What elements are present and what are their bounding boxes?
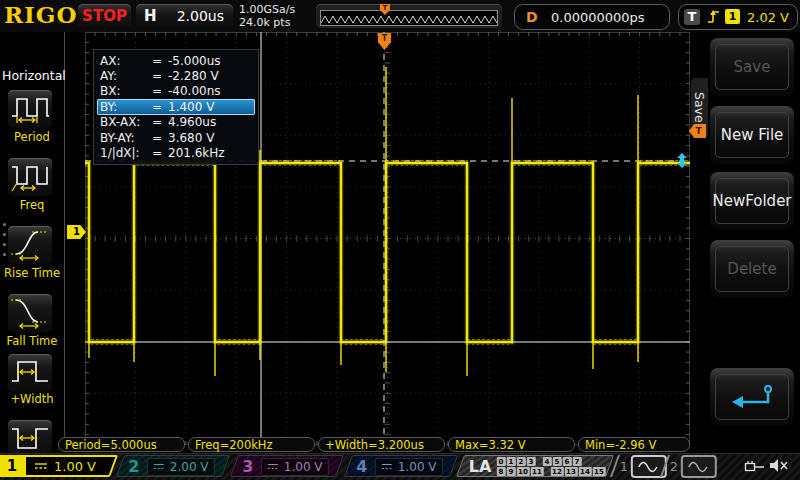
logic-analyzer-indicator[interactable]: LA 01234567 89101112131415 <box>456 455 614 477</box>
la-digit: 4 <box>543 457 552 466</box>
channel1-ground-marker[interactable]: 1 <box>67 225 86 239</box>
memory-waveform-icon <box>321 12 497 26</box>
la-digit: 5 <box>553 457 562 466</box>
cursor-measurement-panel: AX: = -5.000us AY: = -2.280 V BX: = -40.… <box>93 49 259 165</box>
measure-min[interactable]: Min=-2.96 V <box>578 437 690 452</box>
delete-softkey[interactable]: Delete <box>710 240 794 298</box>
new-file-softkey[interactable]: New File <box>710 106 794 164</box>
la-digits-row1: 01234567 <box>497 457 606 466</box>
cursor-row-bx[interactable]: BX: = -40.00ns <box>97 84 255 99</box>
cursor-row-bx-ax[interactable]: BX-AX: = 4.960us <box>97 115 255 130</box>
period-icon <box>8 90 52 128</box>
la-digit: 0 <box>497 457 506 466</box>
channel2-number: 2 <box>121 457 147 476</box>
la-digit: 7 <box>573 457 582 466</box>
trigger-box[interactable]: T 1 2.02 V <box>678 4 798 30</box>
period-menu-button[interactable] <box>8 90 52 128</box>
dc-coupling-icon <box>267 462 279 471</box>
dc-coupling-icon <box>381 462 393 471</box>
return-arrow-icon <box>726 383 778 411</box>
run-state-indicator[interactable]: STOP <box>78 4 131 28</box>
page-indicator-dot <box>3 253 6 256</box>
fall-time-icon <box>8 294 52 332</box>
channel4-indicator[interactable]: 4 1.00 V <box>344 455 458 477</box>
measure-period[interactable]: Period=5.000us <box>58 437 185 452</box>
la-digit: 14 <box>579 467 592 476</box>
la-digit: 1 <box>507 457 516 466</box>
oscilloscope-screen: RIGOL STOP H 2.00us 1.00GSa/s 24.0k pts … <box>0 0 800 480</box>
horizontal-label: H <box>144 7 157 25</box>
new-folder-softkey[interactable]: NewFolder <box>710 172 794 230</box>
sample-rate: 1.00GSa/s <box>239 3 295 16</box>
rise-time-menu-label: Rise Time <box>0 266 64 280</box>
period-menu-label: Period <box>0 130 64 144</box>
trigger-label: T <box>684 9 700 25</box>
la-digit: 13 <box>565 467 578 476</box>
freq-icon <box>8 158 52 196</box>
channel1-number: 1 <box>0 455 26 477</box>
trigger-source-badge: 1 <box>725 9 740 24</box>
rising-edge-icon <box>706 9 721 25</box>
channel3-indicator[interactable]: 3 1.00 V <box>230 455 344 477</box>
waveform-memory-preview[interactable]: T <box>316 4 502 28</box>
cursor-row-by-ay[interactable]: BY-AY: = 3.680 V <box>97 130 255 145</box>
la-digit: 11 <box>531 467 544 476</box>
la-digit: 8 <box>497 467 506 476</box>
channel2-scale: 2.00 V <box>170 459 209 473</box>
freq-menu-button[interactable] <box>8 158 52 196</box>
cursor-row-ay[interactable]: AY: = -2.280 V <box>97 68 255 83</box>
fall-time-menu-button[interactable] <box>8 294 52 332</box>
source2-indicator[interactable]: 2 <box>660 455 718 477</box>
memory-strip <box>320 10 498 26</box>
dc-coupling-icon <box>34 461 48 471</box>
horizontal-timebase-box[interactable]: H 2.00us <box>136 4 233 28</box>
measure-max[interactable]: Max=3.32 V <box>448 437 575 452</box>
source2-number: 2 <box>670 459 678 474</box>
la-digit: 9 <box>507 467 516 476</box>
top-status-bar: RIGOL STOP H 2.00us 1.00GSa/s 24.0k pts … <box>0 0 800 32</box>
la-digit: 6 <box>563 457 572 466</box>
timebase-value: 2.00us <box>177 8 224 24</box>
dc-coupling-icon <box>153 462 165 471</box>
channel1-scale: 1.00 V <box>54 459 96 474</box>
la-digit: 10 <box>517 467 530 476</box>
acquisition-info: 1.00GSa/s 24.0k pts <box>239 3 295 29</box>
source1-number: 1 <box>620 459 628 474</box>
measure-freq[interactable]: Freq=200kHz <box>188 437 315 452</box>
delay-value: 0.00000000ps <box>551 10 645 25</box>
channel1-indicator[interactable]: 1 1.00 V <box>0 455 118 477</box>
rise-time-icon <box>8 226 52 264</box>
la-digit: 2 <box>517 457 526 466</box>
channel4-scale: 1.00 V <box>398 459 437 473</box>
cursor-row-by-selected[interactable]: BY: = 1.400 V <box>97 99 255 114</box>
channel3-scale: 1.00 V <box>284 459 323 473</box>
trigger-level-value: 2.02 V <box>747 10 789 25</box>
usb-icon <box>744 459 766 474</box>
speaker-mute-icon[interactable] <box>768 457 789 474</box>
page-indicator-dot <box>3 243 6 246</box>
page-indicator-dot <box>3 233 6 236</box>
measure-pos-width[interactable]: +Width=3.200us <box>318 437 445 452</box>
la-digit: 15 <box>593 467 606 476</box>
pos-width-menu-label: +Width <box>0 392 64 406</box>
la-digit: 12 <box>551 467 564 476</box>
rise-time-menu-button[interactable] <box>8 226 52 264</box>
fall-time-menu-label: Fall Time <box>0 334 64 348</box>
sine-wave-icon <box>681 455 717 478</box>
channel3-number: 3 <box>235 457 261 476</box>
menu-title: Horizontal <box>2 68 66 83</box>
horizontal-menu-sidebar: Horizontal Period Freq <box>0 32 65 450</box>
source1-indicator[interactable]: 1 <box>610 455 668 477</box>
channel4-number: 4 <box>349 457 375 476</box>
delay-label: D <box>526 9 538 25</box>
channel2-indicator[interactable]: 2 2.00 V <box>116 455 230 477</box>
back-softkey[interactable] <box>710 368 794 426</box>
save-softkey[interactable]: Save <box>710 38 794 96</box>
memory-depth: 24.0k pts <box>239 16 295 29</box>
pos-width-menu-button[interactable] <box>8 354 52 392</box>
cursor-b-edge-marker[interactable] <box>676 153 688 168</box>
delay-box[interactable]: D 0.00000000ps <box>514 4 670 30</box>
plus-width-icon <box>8 354 52 392</box>
cursor-row-ax[interactable]: AX: = -5.000us <box>97 53 255 68</box>
cursor-row-inv-dx[interactable]: 1/|dX|: = 201.6kHz <box>97 145 255 160</box>
